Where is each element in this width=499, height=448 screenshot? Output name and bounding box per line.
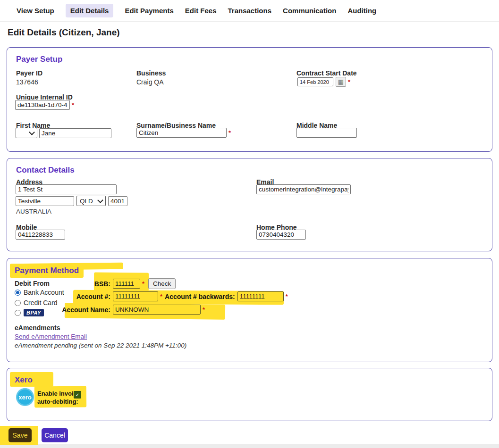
cancel-button[interactable]: Cancel [42,428,68,442]
main-content: Edit Details (Citizen, Jane) Payer Setup… [0,22,499,444]
home-phone-input[interactable] [256,230,306,240]
bsb-input[interactable] [113,279,140,289]
required-asterisk: * [72,101,74,108]
xero-logo: xero [16,388,34,406]
calendar-icon[interactable]: ▦ [336,77,346,87]
required-asterisk: * [203,306,205,313]
chevron-down-icon [97,197,103,203]
required-asterisk: * [286,293,288,300]
chevron-down-icon [29,129,35,135]
postcode-input[interactable] [108,196,127,206]
required-asterisk: * [160,293,162,300]
contact-details-section: Contact Details Address QLD AUSTRALIA Em… [7,158,492,251]
xero-section: Xero xero Enable invoice auto-debiting: … [7,368,492,421]
required-asterisk: * [142,280,144,287]
business-label: Business [136,69,166,77]
address-line1-input[interactable] [16,184,117,194]
first-name-input[interactable] [39,128,111,138]
payer-setup-section: Payer Setup Payer ID 137646 Business Cra… [7,47,492,152]
check-bsb-button[interactable]: Check [148,278,176,289]
contract-start-date-label: Contract Start Date [296,69,357,77]
send-eamendment-email-link[interactable]: Send eAmendment Email [15,333,87,340]
auto-debiting-checkbox[interactable]: ✓ [74,391,81,398]
required-asterisk: * [228,129,231,136]
required-asterisk: * [348,78,350,85]
tab-communication[interactable]: Communication [283,7,336,15]
account-number-input[interactable] [113,291,158,301]
save-button[interactable]: Save [8,428,32,442]
account-backwards-label: Account # backwards: [165,293,235,300]
account-name-label: Account Name: [15,306,110,314]
payer-id-value: 137646 [16,78,38,86]
xero-heading: Xero [15,375,33,385]
eamendment-pending-note: eAmendment pending (sent on Sep 22 2021 … [15,342,186,349]
payment-method-heading: Payment Method [15,266,79,275]
contact-details-heading: Contact Details [16,166,75,175]
account-name-input[interactable] [113,305,201,315]
tab-edit-payments[interactable]: Edit Payments [125,7,173,15]
unique-internal-id-input[interactable] [15,100,70,110]
tab-view-setup[interactable]: View Setup [17,7,54,15]
email-input[interactable] [256,184,351,194]
page-title: Edit Details (Citizen, Jane) [8,27,120,38]
eamendments-label: eAmendments [15,324,60,332]
city-input[interactable] [16,196,74,206]
account-number-label: Account #: [15,293,110,300]
account-backwards-input[interactable] [237,291,284,301]
title-select[interactable] [16,128,37,138]
middle-name-input[interactable] [296,128,357,138]
checkmark-icon: ✓ [76,392,79,398]
enable-invoice-label-line2: auto-debiting: [37,398,78,405]
tab-auditing[interactable]: Auditing [347,7,376,15]
state-select[interactable]: QLD [76,196,106,206]
contract-start-date-input[interactable] [297,77,333,86]
tab-bar: View Setup Edit Details Edit Payments Ed… [0,0,499,21]
country-text: AUSTRALIA [16,208,51,215]
mobile-input[interactable] [16,230,65,240]
bsb-label: BSB: [15,280,110,288]
payer-setup-heading: Payer Setup [16,55,62,64]
payment-method-section: Payment Method Debit From Bank Account C… [7,258,492,362]
payer-id-label: Payer ID [16,69,42,77]
tab-edit-details[interactable]: Edit Details [66,4,114,17]
tab-transactions[interactable]: Transactions [228,7,272,15]
business-value: Craig QA [136,78,164,86]
tab-edit-fees[interactable]: Edit Fees [185,7,217,15]
surname-input[interactable] [136,128,227,138]
